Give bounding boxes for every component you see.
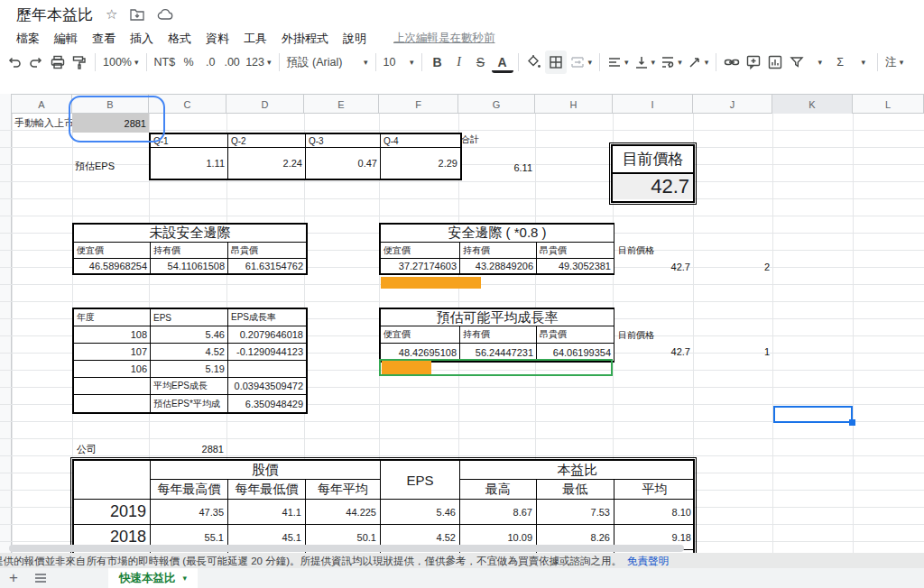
no-margin-v1[interactable]: 46.58968254 bbox=[74, 259, 151, 273]
eps-blank-1[interactable] bbox=[74, 378, 151, 395]
cell-q4[interactable]: Q-4 bbox=[381, 134, 460, 148]
menu-data[interactable]: 資料 bbox=[199, 31, 236, 47]
cell-eps-q1[interactable]: 1.11 bbox=[151, 148, 228, 179]
eps-v107[interactable]: 4.52 bbox=[151, 344, 228, 361]
text-color-button[interactable]: A bbox=[492, 55, 513, 73]
fill-handle[interactable] bbox=[849, 419, 855, 426]
pe-col-avg-price[interactable]: 每年平均 bbox=[306, 480, 381, 500]
eps-est-label[interactable]: 預估EPS*平均成 bbox=[151, 395, 228, 412]
no-margin-v3[interactable]: 61.63154762 bbox=[228, 259, 306, 273]
cell-q3[interactable]: Q-3 bbox=[306, 134, 381, 148]
cell-price-1[interactable]: 42.7 bbox=[613, 259, 693, 274]
format-percent-button[interactable]: % bbox=[178, 51, 199, 74]
eps-blank-2[interactable] bbox=[74, 395, 151, 412]
menu-tools[interactable]: 工具 bbox=[236, 31, 274, 47]
growth-title[interactable]: 預估可能平均成長率 bbox=[381, 309, 614, 326]
cell-company-label[interactable]: 公司 bbox=[74, 440, 146, 458]
pe-2019-avg[interactable]: 44.225 bbox=[306, 500, 381, 525]
functions-button[interactable]: Σ bbox=[829, 51, 851, 74]
eps-avg-label[interactable]: 平均EPS成長 bbox=[151, 378, 228, 395]
menu-edit[interactable]: 編輯 bbox=[47, 31, 85, 47]
vertical-align-button[interactable] bbox=[632, 51, 659, 74]
eps-h-eps[interactable]: EPS bbox=[151, 309, 228, 326]
margin-title[interactable]: 安全邊際 ( *0.8 ) bbox=[381, 225, 614, 243]
insert-chart-button[interactable] bbox=[764, 51, 786, 74]
cell-company-code[interactable]: 2881 bbox=[149, 440, 226, 458]
pe-year-head[interactable] bbox=[74, 461, 151, 500]
sheet-grid[interactable]: 手動輸入上市公 2881 Q-1 Q-2 Q-3 Q-4 1.11 2.24 0… bbox=[0, 114, 924, 553]
pe-2019-lo[interactable]: 41.1 bbox=[228, 500, 306, 525]
margin-v2[interactable]: 43.28849206 bbox=[460, 259, 537, 273]
column-header-h[interactable]: H bbox=[535, 95, 613, 114]
eps-v108[interactable]: 5.46 bbox=[151, 326, 228, 344]
pe-2019-pehi[interactable]: 8.67 bbox=[460, 500, 537, 525]
text-rotation-button[interactable] bbox=[685, 51, 712, 74]
increase-decimal-button[interactable]: .00 bbox=[221, 51, 243, 74]
cell-price-label-1[interactable]: 目前價格 bbox=[615, 242, 693, 259]
merge-cells-button[interactable] bbox=[567, 51, 596, 74]
eps-h-year[interactable]: 年度 bbox=[74, 309, 151, 326]
menu-help[interactable]: 說明 bbox=[336, 31, 374, 47]
pe-eps-head[interactable]: EPS bbox=[381, 461, 460, 500]
no-margin-h1[interactable]: 便宜價 bbox=[74, 243, 151, 259]
bold-button[interactable]: B bbox=[427, 51, 448, 74]
cell-eps-q3[interactable]: 0.47 bbox=[306, 148, 381, 179]
pe-col-low[interactable]: 最低 bbox=[537, 480, 614, 500]
column-header-d[interactable]: D bbox=[226, 95, 304, 114]
cell-est-eps-label[interactable]: 預估EPS bbox=[72, 147, 149, 177]
horizontal-scrollbar[interactable] bbox=[9, 545, 684, 552]
column-header-e[interactable]: E bbox=[304, 95, 379, 114]
text-wrap-button[interactable] bbox=[658, 51, 685, 74]
margin-h1[interactable]: 便宜價 bbox=[381, 243, 460, 259]
column-header-g[interactable]: G bbox=[458, 95, 535, 114]
eps-h-growth[interactable]: EPS成長率 bbox=[228, 309, 306, 326]
cell-eps-total[interactable]: 6.11 bbox=[458, 147, 535, 177]
pe-2019-pelo[interactable]: 7.53 bbox=[537, 500, 614, 525]
no-margin-v2[interactable]: 54.11061508 bbox=[151, 259, 228, 273]
menu-view[interactable]: 查看 bbox=[85, 31, 123, 47]
eps-y107[interactable]: 107 bbox=[74, 344, 151, 361]
column-header-k[interactable]: K bbox=[772, 95, 853, 114]
strikethrough-button[interactable]: S bbox=[470, 51, 492, 74]
cell-note-2[interactable]: 1 bbox=[693, 344, 772, 360]
pe-2019-hi[interactable]: 47.35 bbox=[151, 500, 228, 525]
eps-g107[interactable]: -0.1290944123 bbox=[228, 344, 306, 361]
disclaimer-link[interactable]: 免責聲明 bbox=[627, 556, 669, 566]
margin-h2[interactable]: 持有價 bbox=[460, 243, 537, 259]
font-select[interactable]: 預設 (Arial) bbox=[284, 51, 371, 74]
margin-v3[interactable]: 49.3052381 bbox=[537, 259, 614, 273]
pe-col-low-price[interactable]: 每年最低價 bbox=[228, 480, 306, 500]
column-header-j[interactable]: J bbox=[693, 95, 772, 114]
current-price-value[interactable]: 42.7 bbox=[613, 174, 693, 199]
cell-note-1[interactable]: 2 bbox=[693, 259, 772, 274]
menu-addons[interactable]: 外掛程式 bbox=[274, 31, 336, 47]
pe-col-avg[interactable]: 平均 bbox=[614, 480, 695, 500]
no-margin-h3[interactable]: 昂貴價 bbox=[228, 243, 306, 259]
column-header-f[interactable]: F bbox=[379, 95, 458, 114]
fill-color-button[interactable] bbox=[523, 51, 545, 74]
paint-format-button[interactable] bbox=[69, 51, 90, 74]
pe-price-group[interactable]: 股價 bbox=[151, 461, 381, 480]
last-edit-status[interactable]: 上次編輯是在數秒前 bbox=[393, 31, 495, 46]
eps-y108[interactable]: 108 bbox=[74, 326, 151, 344]
menu-file[interactable]: 檔案 bbox=[9, 31, 47, 47]
borders-button[interactable] bbox=[545, 51, 567, 74]
input-tools-button[interactable]: 注 bbox=[882, 51, 906, 74]
cell-price-label-2[interactable]: 目前價格 bbox=[615, 326, 693, 344]
horizontal-align-button[interactable] bbox=[605, 51, 632, 74]
eps-g108[interactable]: 0.2079646018 bbox=[228, 326, 306, 344]
pe-col-high[interactable]: 最高 bbox=[460, 480, 537, 500]
insert-comment-button[interactable] bbox=[743, 51, 764, 74]
star-icon[interactable]: ☆ bbox=[106, 6, 117, 23]
cell-price-2[interactable]: 42.7 bbox=[613, 344, 693, 360]
eps-avg-value[interactable]: 0.03943509472 bbox=[228, 378, 306, 395]
print-button[interactable] bbox=[47, 51, 69, 74]
sheet-tab-active[interactable]: 快速本益比 bbox=[108, 568, 198, 588]
document-title[interactable]: 歷年本益比 bbox=[16, 5, 93, 25]
column-header-l[interactable]: L bbox=[853, 95, 924, 114]
pe-2019-peavg[interactable]: 8.10 bbox=[614, 500, 695, 525]
all-sheets-button[interactable] bbox=[27, 573, 54, 583]
no-margin-h2[interactable]: 持有價 bbox=[151, 243, 228, 259]
column-header-a[interactable]: A bbox=[12, 95, 72, 114]
redo-button[interactable] bbox=[25, 51, 47, 74]
